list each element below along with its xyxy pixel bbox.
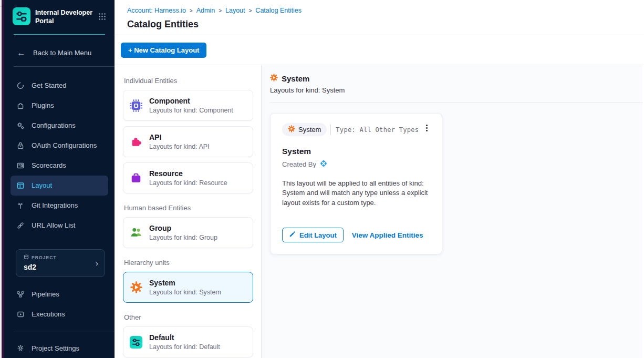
entity-desc: Layouts for kind: Group	[149, 234, 217, 241]
kebab-menu-icon[interactable]	[423, 123, 430, 133]
brand-divider	[14, 34, 105, 35]
sidebar-item-layout[interactable]: Layout	[11, 176, 108, 196]
sidebar-footer: Project Settings	[4, 338, 115, 358]
configurations-icon	[16, 121, 25, 130]
kind-chip: System	[282, 123, 327, 136]
app-window: Internal Developer Portal ← Back to Main…	[0, 0, 644, 358]
sidebar-item-label: Get Started	[32, 81, 66, 89]
created-by: Created By	[282, 159, 430, 169]
breadcrumb-sep-icon: >	[190, 8, 193, 14]
detail-divider	[270, 102, 642, 103]
created-by-label: Created By	[282, 160, 316, 168]
main-area: Account: Harness.io > Admin > Layout > C…	[115, 0, 644, 358]
breadcrumb-account[interactable]: Account: Harness.io	[127, 7, 186, 14]
sidebar-item-configurations[interactable]: Configurations	[11, 116, 108, 136]
get-started-icon	[16, 81, 25, 90]
app-grid-icon[interactable]	[98, 13, 106, 22]
page-title: Catalog Entities	[127, 19, 644, 30]
back-label: Back to Main Menu	[33, 49, 91, 57]
entity-card-default[interactable]: Default Layouts for kind: Default	[123, 326, 253, 357]
sidebar-item-get-started[interactable]: Get Started	[11, 76, 108, 96]
sidebar-item-project-settings[interactable]: Project Settings	[11, 338, 108, 358]
chevron-right-icon: ›	[96, 259, 98, 268]
layout-card: System Type: All Other Types System Crea…	[270, 113, 442, 254]
sidebar-item-url-allow-list[interactable]: URL Allow List	[11, 216, 108, 236]
layout-card-description: This layout will be applied to all entit…	[282, 179, 430, 208]
idp-logo-icon	[13, 7, 30, 27]
view-applied-entities-link[interactable]: View Applied Entities	[352, 231, 423, 239]
project-icon	[24, 254, 29, 261]
kind-chip-label: System	[298, 126, 321, 134]
sidebar-item-label: Plugins	[32, 101, 54, 109]
detail-subtitle: Layouts for kind: System	[270, 86, 644, 94]
breadcrumb-layout[interactable]: Layout	[225, 7, 245, 14]
project-selector[interactable]: PROJECT sd2 ›	[16, 249, 105, 277]
default-logo-icon	[130, 336, 142, 349]
scorecard-icon	[16, 161, 25, 170]
breadcrumb-catalog-entities[interactable]: Catalog Entities	[255, 7, 302, 14]
entity-card-api[interactable]: API Layouts for kind: API	[123, 126, 253, 157]
system-gear-icon	[270, 74, 278, 84]
sidebar-item-pipelines[interactable]: Pipelines	[11, 284, 108, 304]
new-catalog-layout-button[interactable]: + New Catalog Layout	[121, 43, 206, 58]
gear-icon	[16, 344, 25, 353]
type-label: Type: All Other Types	[336, 126, 419, 134]
detail-header: System	[270, 74, 644, 84]
sidebar-nav: Get Started Plugins	[4, 76, 115, 236]
entity-name: Group	[149, 224, 217, 232]
sidebar-item-label: Executions	[32, 310, 65, 318]
content: Individual Entities Component	[115, 65, 644, 358]
component-chip-icon	[130, 99, 142, 112]
system-gear-icon	[130, 281, 142, 294]
sidebar-item-oauth-configurations[interactable]: OAuth Configurations	[11, 136, 108, 156]
harness-logo-icon	[319, 159, 328, 169]
layout-card-title: System	[282, 147, 430, 156]
git-branch-icon	[16, 201, 25, 210]
action-bar: + New Catalog Layout	[115, 35, 644, 65]
sidebar-item-scorecards[interactable]: Scorecards	[11, 156, 108, 176]
link-icon	[16, 221, 25, 230]
plugins-icon	[16, 101, 25, 110]
project-name: sd2	[24, 263, 98, 271]
breadcrumb: Account: Harness.io > Admin > Layout > C…	[127, 7, 644, 14]
executions-icon	[16, 310, 25, 319]
sidebar-item-label: Git Integrations	[32, 201, 78, 209]
lock-icon	[16, 141, 25, 150]
entity-desc: Layouts for kind: Component	[149, 107, 233, 114]
entity-name: System	[149, 279, 221, 287]
entity-card-group[interactable]: Group Layouts for kind: Group	[123, 217, 253, 248]
entity-card-component[interactable]: Component Layouts for kind: Component	[123, 90, 253, 121]
section-title: Hierarchy units	[124, 259, 253, 267]
breadcrumb-sep-icon: >	[249, 8, 252, 14]
entity-name: API	[149, 133, 210, 141]
edit-layout-button[interactable]: Edit Layout	[282, 228, 344, 242]
sidebar-item-git-integrations[interactable]: Git Integrations	[11, 196, 108, 216]
window-edge-light	[0, 0, 2, 358]
entity-desc: Layouts for kind: Resource	[149, 179, 227, 187]
page-header: Account: Harness.io > Admin > Layout > C…	[115, 0, 644, 35]
window-edge	[0, 0, 4, 358]
project-label: PROJECT	[24, 254, 98, 261]
layout-icon	[16, 181, 25, 190]
section-title: Other	[124, 313, 253, 321]
pipelines-icon	[16, 290, 25, 299]
entity-card-system[interactable]: System Layouts for kind: System	[123, 272, 253, 303]
sidebar-item-executions[interactable]: Executions	[11, 304, 108, 324]
system-gear-icon	[288, 125, 295, 134]
sidebar-item-label: Scorecards	[32, 161, 66, 169]
entity-name: Component	[149, 97, 233, 105]
brand-title: Internal Developer Portal	[35, 7, 92, 26]
entity-desc: Layouts for kind: Default	[149, 343, 220, 351]
pencil-icon	[289, 231, 296, 239]
entity-desc: Layouts for kind: System	[149, 289, 221, 296]
entity-list: Individual Entities Component	[115, 65, 262, 358]
back-to-main-menu[interactable]: ← Back to Main Menu	[4, 48, 115, 57]
entity-card-resource[interactable]: Resource Layouts for kind: Resource	[123, 162, 253, 193]
sidebar-item-label: URL Allow List	[32, 221, 75, 229]
brand: Internal Developer Portal	[4, 0, 115, 32]
sidebar-item-label: Configurations	[32, 121, 76, 129]
breadcrumb-admin[interactable]: Admin	[196, 7, 215, 14]
breadcrumb-sep-icon: >	[219, 8, 222, 14]
sidebar-item-plugins[interactable]: Plugins	[11, 96, 108, 116]
section-title: Human based Entities	[124, 204, 253, 212]
